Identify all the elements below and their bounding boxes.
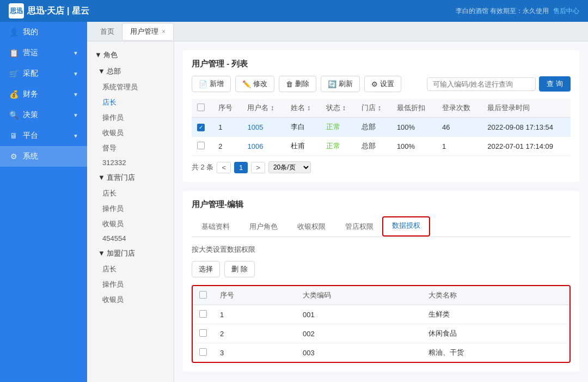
user-info-text: 李白的酒馆 有效期至：永久使用 bbox=[456, 7, 549, 16]
inner-row1-name: 生鲜类 bbox=[422, 305, 569, 324]
row1-last-login: 2022-09-08 17:13:54 bbox=[482, 118, 571, 137]
nav-item-supervisor[interactable]: 督导 bbox=[87, 141, 174, 156]
select-all-checkbox[interactable] bbox=[197, 104, 205, 111]
nav-group-role[interactable]: ▼ 角色 bbox=[87, 47, 174, 63]
sidebar-label-decision: 决策 bbox=[23, 110, 38, 120]
sidebar-item-marketing[interactable]: 📋 营运 ▼ bbox=[0, 43, 87, 63]
add-button[interactable]: 📄 新增 bbox=[192, 76, 231, 92]
edit-tab-data-auth[interactable]: 数据授权 bbox=[382, 216, 430, 237]
nav-group-hq[interactable]: ▼ 总部 bbox=[87, 63, 174, 80]
nav-item-operator2[interactable]: 操作员 bbox=[87, 201, 174, 216]
nav-item-operator3[interactable]: 操作员 bbox=[87, 277, 174, 292]
add-label: 新增 bbox=[210, 79, 224, 89]
col-header-username: 用户名 ↕ bbox=[242, 99, 285, 118]
edit-icon: ✏️ bbox=[242, 80, 251, 88]
inner-delete-button[interactable]: 删 除 bbox=[224, 261, 255, 277]
search-button[interactable]: 查 询 bbox=[539, 76, 571, 92]
sidebar-item-decision[interactable]: 🔍 决策 ▼ bbox=[0, 105, 87, 125]
sidebar-item-procurement[interactable]: 🛒 采配 ▼ bbox=[0, 63, 87, 84]
row1-username[interactable]: 1005 bbox=[242, 118, 285, 137]
settings-button[interactable]: ⚙ 设置 bbox=[364, 76, 401, 92]
edit-tab-cashier[interactable]: 收银权限 bbox=[287, 217, 335, 237]
table-row[interactable]: ✓ 1 1005 李白 正常 总部 100% 46 2022-09-08 17:… bbox=[192, 118, 571, 137]
inner-table-row[interactable]: 1 001 生鲜类 bbox=[193, 305, 569, 324]
edit-tab-store-mgmt[interactable]: 管店权限 bbox=[335, 217, 383, 237]
col-header-login-count: 登录次数 bbox=[437, 99, 482, 118]
nav-item-cashier2[interactable]: 收银员 bbox=[87, 216, 174, 232]
inner-row2-name: 休闲食品 bbox=[422, 324, 569, 343]
nav-item-code2[interactable]: 454554 bbox=[87, 232, 174, 245]
header-info: 李白的酒馆 有效期至：永久使用 售后中心 bbox=[456, 7, 579, 16]
inner-table-row[interactable]: 2 002 休闲食品 bbox=[193, 324, 569, 343]
row2-username[interactable]: 1006 bbox=[242, 137, 285, 156]
prev-page-btn[interactable]: < bbox=[217, 162, 231, 173]
refresh-button[interactable]: 🔄 刷新 bbox=[321, 76, 360, 92]
main-panel: 用户管理 - 列表 📄 新增 ✏️ 修改 🗑 删除 bbox=[174, 41, 588, 382]
inner-row1-select[interactable] bbox=[193, 305, 213, 324]
direct-group-label: ▼ 直营门店 bbox=[98, 173, 135, 183]
edit-button[interactable]: ✏️ 修改 bbox=[235, 76, 274, 92]
nav-item-storemanager3[interactable]: 店长 bbox=[87, 262, 174, 277]
row1-login-count: 46 bbox=[437, 118, 482, 137]
next-page-btn[interactable]: > bbox=[251, 162, 265, 173]
inner-row3-select[interactable] bbox=[193, 343, 213, 362]
inner-layout: ▼ 角色 ▼ 总部 系统管理员 店长 操作员 收银员 督导 312332 ▼ 直… bbox=[87, 41, 588, 382]
sidebar-item-finance[interactable]: 💰 财务 ▼ bbox=[0, 84, 87, 105]
inner-select-all[interactable] bbox=[199, 291, 207, 299]
col-header-discount: 最低折扣 bbox=[391, 99, 437, 118]
finance-icon: 💰 bbox=[9, 89, 19, 99]
tab-user-mgmt[interactable]: 用户管理 × bbox=[122, 23, 174, 40]
procurement-arrow: ▼ bbox=[73, 71, 78, 77]
row1-checkbox[interactable]: ✓ bbox=[197, 124, 205, 131]
tab-home[interactable]: 首页 bbox=[93, 23, 122, 40]
inner-row2-code: 002 bbox=[296, 324, 422, 343]
hq-group-label: ▼ 总部 bbox=[98, 66, 121, 76]
nav-item-operator1[interactable]: 操作员 bbox=[87, 110, 174, 125]
inner-table-row[interactable]: 3 003 粮油、干货 bbox=[193, 343, 569, 362]
page-size-select[interactable]: 20条/页 50条/页 100条/页 bbox=[268, 161, 311, 173]
inner-row1-checkbox[interactable] bbox=[199, 310, 207, 318]
search-input[interactable] bbox=[427, 77, 536, 91]
role-group-label: ▼ 角色 bbox=[95, 50, 118, 60]
procurement-icon: 🛒 bbox=[9, 69, 19, 78]
nav-item-storemanager2[interactable]: 店长 bbox=[87, 186, 174, 201]
nav-item-cashier1[interactable]: 收银员 bbox=[87, 125, 174, 141]
user-list-toolbar: 📄 新增 ✏️ 修改 🗑 删除 🔄 刷新 bbox=[192, 76, 571, 92]
sidebar: 👤 我的 📋 营运 ▼ 🛒 采配 ▼ 💰 财务 ▼ 🔍 决策 ▼ 🖥 平台 ▼ bbox=[0, 22, 87, 382]
total-count: 共 2 条 bbox=[192, 162, 213, 172]
sidebar-item-my[interactable]: 👤 我的 bbox=[0, 22, 87, 43]
inner-row3-checkbox[interactable] bbox=[199, 348, 207, 356]
current-page-btn[interactable]: 1 bbox=[234, 162, 248, 173]
sidebar-label-marketing: 营运 bbox=[23, 48, 38, 58]
row2-select[interactable] bbox=[192, 137, 213, 156]
tab-bar: 首页 用户管理 × bbox=[87, 22, 588, 41]
delete-label: 删除 bbox=[295, 79, 309, 89]
nav-item-storemanager1[interactable]: 店长 bbox=[87, 95, 174, 110]
select-button[interactable]: 选择 bbox=[192, 261, 220, 277]
edit-tab-role[interactable]: 用户角色 bbox=[240, 217, 287, 237]
row1-discount: 100% bbox=[391, 118, 437, 137]
table-row[interactable]: 2 1006 杜甫 正常 总部 100% 1 2022-07-01 17:14:… bbox=[192, 137, 571, 156]
nav-item-sysadmin[interactable]: 系统管理员 bbox=[87, 80, 174, 95]
tab-close-icon[interactable]: × bbox=[162, 28, 166, 35]
sidebar-item-platform[interactable]: 🖥 平台 ▼ bbox=[0, 125, 87, 146]
service-center-link[interactable]: 售后中心 bbox=[553, 7, 579, 16]
inner-table-wrap: 序号 大类编码 大类名称 1 001 生鲜类 bbox=[192, 285, 571, 363]
inner-row2-select[interactable] bbox=[193, 324, 213, 343]
left-nav: ▼ 角色 ▼ 总部 系统管理员 店长 操作员 收银员 督导 312332 ▼ 直… bbox=[87, 41, 174, 382]
edit-label: 修改 bbox=[253, 79, 267, 89]
nav-item-cashier3[interactable]: 收银员 bbox=[87, 292, 174, 307]
delete-button[interactable]: 🗑 删除 bbox=[279, 76, 316, 92]
action-buttons: 选择 删 除 bbox=[192, 261, 571, 277]
row2-store: 总部 bbox=[356, 137, 391, 156]
inner-col-seq: 序号 bbox=[213, 286, 296, 305]
sidebar-item-system[interactable]: ⚙ 系统 bbox=[0, 146, 87, 167]
nav-item-code1[interactable]: 312332 bbox=[87, 156, 174, 169]
row2-checkbox[interactable] bbox=[197, 142, 205, 149]
nav-group-direct[interactable]: ▼ 直营门店 bbox=[87, 169, 174, 186]
nav-group-franchise[interactable]: ▼ 加盟门店 bbox=[87, 245, 174, 262]
app-header: 思迅 思迅·天店 | 星云 李白的酒馆 有效期至：永久使用 售后中心 bbox=[0, 0, 588, 22]
edit-tab-basic[interactable]: 基础资料 bbox=[192, 217, 240, 237]
inner-row2-checkbox[interactable] bbox=[199, 329, 207, 337]
row1-select[interactable]: ✓ bbox=[192, 118, 213, 137]
